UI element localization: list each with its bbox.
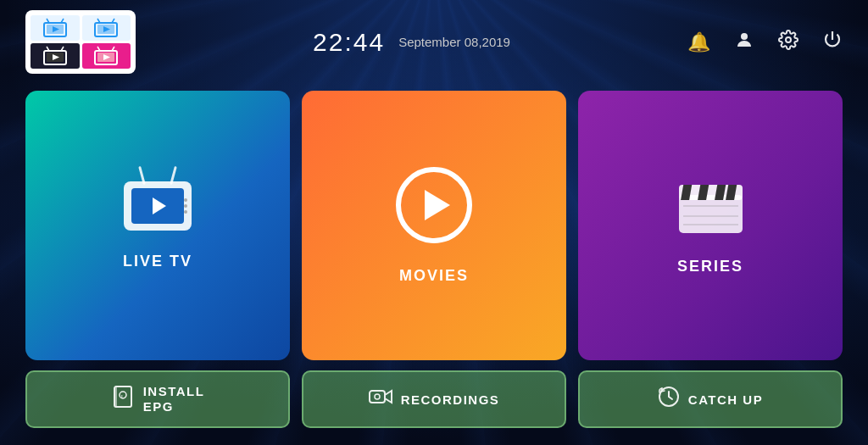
movies-card[interactable]: MOVIES bbox=[302, 91, 566, 360]
current-time: 22:44 bbox=[313, 28, 385, 57]
logo-cell-3 bbox=[31, 43, 80, 69]
svg-point-20 bbox=[741, 33, 748, 40]
movies-label: MOVIES bbox=[399, 267, 469, 285]
catch-up-button[interactable]: CATCH UP bbox=[578, 370, 843, 428]
header-center: 22:44 September 08,2019 bbox=[313, 28, 510, 57]
logo-cell-1 bbox=[31, 15, 80, 41]
play-icon bbox=[396, 167, 472, 243]
svg-text:i: i bbox=[121, 394, 124, 399]
book-icon: i bbox=[111, 385, 135, 414]
recordings-label: RECORDINGS bbox=[401, 392, 500, 407]
current-date: September 08,2019 bbox=[398, 35, 510, 49]
tv-icon bbox=[120, 181, 196, 241]
install-epg-label: INSTALLEPG bbox=[143, 384, 205, 414]
svg-rect-22 bbox=[679, 195, 743, 233]
bottom-row: i INSTALLEPG RECORDINGS bbox=[25, 370, 843, 428]
install-epg-button[interactable]: i INSTALLEPG bbox=[25, 370, 290, 428]
recordings-button[interactable]: RECORDINGS bbox=[302, 370, 566, 428]
bell-icon[interactable]: 🔔 bbox=[687, 31, 710, 53]
logo-cell-2 bbox=[82, 15, 131, 41]
svg-rect-32 bbox=[114, 387, 117, 407]
svg-point-37 bbox=[375, 394, 380, 399]
power-icon[interactable] bbox=[822, 30, 843, 55]
logo-cell-4 bbox=[82, 43, 131, 69]
svg-marker-36 bbox=[385, 391, 392, 403]
main-grid: LIVE TV MOVIES bbox=[25, 91, 843, 360]
header: 22:44 September 08,2019 🔔 bbox=[25, 10, 843, 74]
user-icon[interactable] bbox=[734, 30, 754, 55]
clock-icon bbox=[658, 386, 680, 413]
svg-rect-35 bbox=[370, 391, 385, 403]
series-card[interactable]: SERIES bbox=[578, 91, 843, 360]
clapper-icon bbox=[675, 176, 747, 241]
live-tv-card[interactable]: LIVE TV bbox=[25, 91, 290, 360]
series-label: SERIES bbox=[677, 258, 743, 275]
catch-up-label: CATCH UP bbox=[688, 392, 763, 407]
live-tv-label: LIVE TV bbox=[123, 253, 192, 270]
settings-icon[interactable] bbox=[778, 30, 798, 55]
app-logo[interactable] bbox=[25, 10, 136, 74]
svg-point-21 bbox=[786, 37, 791, 42]
camera-icon bbox=[369, 387, 392, 411]
header-icons: 🔔 bbox=[687, 30, 843, 55]
